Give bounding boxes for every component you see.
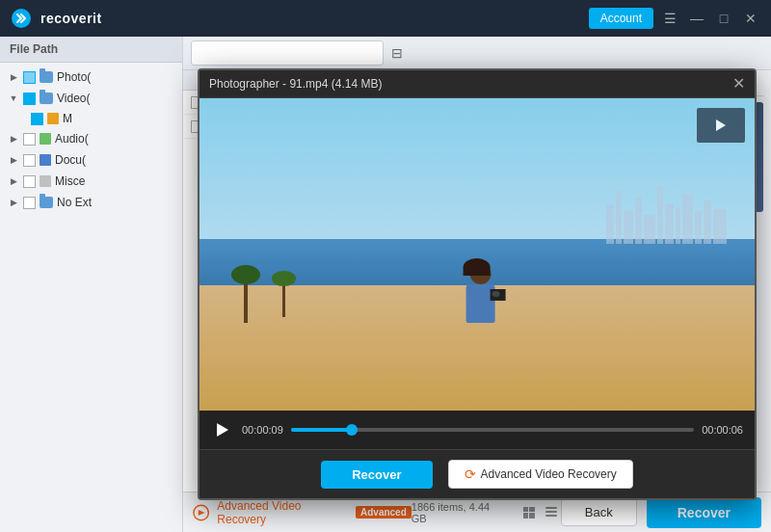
tree-item-photo[interactable]: ▶ Photo(	[0, 66, 182, 88]
corner-preview	[697, 108, 745, 143]
back-button[interactable]: Back	[561, 498, 637, 526]
bottom-right: Back Recover	[561, 497, 761, 528]
recover-main-button[interactable]: Recover	[647, 497, 761, 528]
tree-arrow-vm	[19, 113, 27, 124]
tree-label-docs: Docu(	[55, 153, 86, 167]
city-skyline	[606, 186, 727, 244]
building-3	[624, 210, 633, 244]
minimize-button[interactable]: —	[686, 8, 707, 29]
tree-item-audio[interactable]: ▶ Audio(	[0, 128, 182, 149]
building-7	[665, 203, 674, 244]
person-head	[470, 263, 492, 284]
tree-arrow-noext: ▶	[8, 197, 19, 208]
tree-label-vm: M	[63, 112, 72, 125]
list-icon	[545, 507, 557, 519]
video-popup-title: Photographer - 91.mp4 (4.14 MB)	[209, 77, 382, 91]
file-tree: ▶ Photo( ▼ Video( M ▶	[0, 63, 182, 532]
tree-arrow-docs: ▶	[8, 154, 19, 166]
account-button[interactable]: Account	[589, 8, 653, 29]
sidebar-header: File Path	[0, 37, 182, 63]
building-12	[713, 209, 727, 244]
file-list-header: ⊟	[183, 37, 771, 70]
building-1	[606, 205, 614, 244]
view-icons	[519, 503, 561, 522]
misc-icon	[40, 175, 51, 187]
list-view-btn[interactable]	[542, 503, 561, 522]
video-screen	[199, 98, 755, 411]
person-silhouette	[464, 263, 498, 323]
main-layout: File Path ▶ Photo( ▼ Video( M	[0, 37, 771, 532]
adv-video-label: Advanced Video Recovery	[217, 499, 348, 526]
person-camera	[491, 289, 506, 301]
close-button[interactable]: ✕	[740, 8, 761, 29]
building-8	[676, 207, 680, 244]
tree-arrow-photo: ▶	[8, 71, 19, 83]
progress-bar[interactable]	[291, 428, 694, 432]
sidebar: File Path ▶ Photo( ▼ Video( M	[0, 37, 183, 532]
video-scene	[199, 98, 755, 411]
tree-check-vm[interactable]	[31, 113, 43, 125]
tree-check-video[interactable]	[23, 93, 36, 105]
recover-popup-button[interactable]: Recover	[321, 461, 432, 489]
bottom-left: Advanced Video Recovery Advanced	[193, 499, 412, 526]
progress-thumb	[346, 424, 358, 436]
items-count: 1866 items, 4.44 GB	[412, 501, 504, 524]
tree-item-noext[interactable]: ▶ No Ext	[0, 192, 182, 213]
video-controls: 00:00:09 00:00:06	[199, 411, 755, 449]
tree-item-docs[interactable]: ▶ Docu(	[0, 149, 182, 171]
grid-view-btn[interactable]	[519, 503, 539, 522]
tree-item-video-m[interactable]: M	[0, 109, 182, 128]
adv-recovery-label: Advanced Video Recovery	[481, 467, 617, 481]
popup-actions: Recover ⟳ Advanced Video Recovery	[199, 449, 755, 498]
palm-tree-1	[244, 275, 248, 323]
tree-check-photo[interactable]	[23, 71, 36, 84]
maximize-button[interactable]: □	[713, 8, 734, 29]
tree-item-video[interactable]: ▼ Video(	[0, 88, 182, 109]
tree-arrow-video: ▼	[8, 93, 19, 104]
title-bar-controls: Account ☰ — □ ✕	[589, 8, 761, 29]
doc-icon	[40, 154, 51, 166]
time-total: 00:00:06	[702, 424, 743, 436]
video-popup-close-btn[interactable]: ✕	[732, 76, 745, 92]
audio-icon	[40, 133, 51, 145]
person-hair	[464, 258, 491, 276]
building-11	[704, 200, 711, 244]
tree-check-audio[interactable]	[23, 133, 36, 146]
tree-label-misc: Misce	[55, 174, 85, 188]
grid-icon	[523, 507, 535, 519]
title-bar: recoverit Account ☰ — □ ✕	[0, 0, 771, 37]
tree-arrow-audio: ▶	[8, 133, 19, 145]
filter-icon[interactable]: ⊟	[391, 45, 403, 61]
tree-check-noext[interactable]	[23, 197, 36, 209]
tree-arrow-misc: ▶	[8, 175, 19, 187]
bottom-center: 1866 items, 4.44 GB	[412, 501, 561, 524]
video-popup-titlebar: Photographer - 91.mp4 (4.14 MB) ✕	[199, 70, 755, 98]
folder-icon-video	[40, 93, 53, 104]
tree-label-audio: Audio(	[55, 132, 89, 146]
app-name: recoverit	[40, 11, 102, 26]
hamburger-button[interactable]: ☰	[659, 8, 680, 29]
advanced-badge: Advanced	[356, 506, 412, 519]
play-button[interactable]	[211, 418, 234, 441]
tree-check-docs[interactable]	[23, 154, 36, 167]
tree-check-misc[interactable]	[23, 175, 36, 188]
adv-video-icon	[193, 504, 209, 521]
adv-recovery-button[interactable]: ⟳ Advanced Video Recovery	[448, 460, 633, 489]
palm-tree-2	[282, 279, 285, 317]
building-5	[644, 215, 655, 244]
title-bar-left: recoverit	[10, 7, 102, 30]
video-popup-overlay: Photographer - 91.mp4 (4.14 MB) ✕	[183, 37, 771, 532]
tree-label-video: Video(	[57, 92, 90, 105]
search-input[interactable]	[191, 40, 384, 66]
adv-recovery-icon: ⟳	[465, 466, 476, 482]
person-body	[464, 263, 498, 323]
content-area: ⊟ Name Size Type Date ▶ VIDEO.mp	[183, 37, 771, 532]
tree-label-noext: No Ext	[57, 196, 92, 209]
folder-icon-noext	[40, 197, 53, 208]
building-6	[657, 186, 663, 244]
building-9	[682, 194, 693, 244]
logo-icon	[10, 7, 33, 30]
tree-item-misc[interactable]: ▶ Misce	[0, 171, 182, 192]
building-4	[635, 198, 642, 244]
tree-label-photo: Photo(	[57, 70, 91, 84]
